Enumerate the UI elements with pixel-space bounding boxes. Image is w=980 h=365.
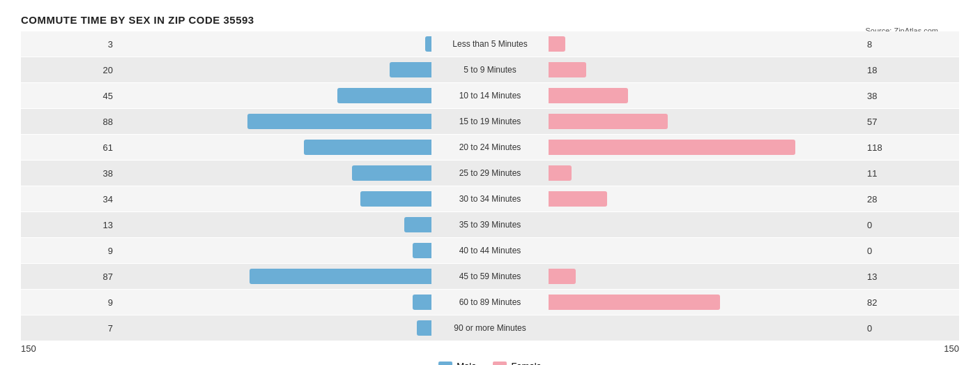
female-value: 82 bbox=[862, 297, 959, 308]
male-bar-side bbox=[118, 216, 434, 234]
male-value: 7 bbox=[21, 323, 118, 334]
row-label: 25 to 29 Minutes bbox=[434, 168, 546, 178]
table-row: 20 5 to 9 Minutes 18 bbox=[21, 57, 959, 82]
male-bar bbox=[413, 295, 431, 310]
female-bar bbox=[549, 62, 586, 77]
male-bar bbox=[360, 191, 431, 207]
female-bar-side bbox=[546, 241, 862, 260]
female-bar-side bbox=[546, 138, 862, 156]
chart-area: 3 Less than 5 Minutes 8 20 5 to 9 Minute… bbox=[21, 31, 959, 365]
male-bar-side bbox=[118, 35, 434, 53]
legend-male: Male bbox=[438, 361, 476, 365]
row-label: 60 to 89 Minutes bbox=[434, 297, 546, 307]
bars-container: Less than 5 Minutes bbox=[118, 31, 862, 57]
male-bar-side bbox=[118, 112, 434, 131]
male-bar-side bbox=[118, 138, 434, 156]
male-value: 87 bbox=[21, 271, 118, 282]
male-bar bbox=[404, 217, 431, 232]
male-value: 34 bbox=[21, 194, 118, 204]
female-bar-side bbox=[546, 112, 862, 131]
male-value: 61 bbox=[21, 142, 118, 153]
male-bar bbox=[425, 36, 431, 52]
chart-title: COMMUTE TIME BY SEX IN ZIP CODE 35593 bbox=[21, 14, 959, 26]
female-bar bbox=[549, 140, 795, 155]
male-bar bbox=[337, 88, 431, 103]
legend-male-label: Male bbox=[457, 361, 476, 365]
bars-container: 20 to 24 Minutes bbox=[118, 135, 862, 160]
axis-labels: 150 150 bbox=[21, 343, 959, 354]
male-value: 88 bbox=[21, 117, 118, 127]
male-bar bbox=[352, 165, 431, 181]
female-bar bbox=[549, 191, 607, 207]
male-bar-side bbox=[118, 319, 434, 337]
female-value: 57 bbox=[862, 117, 959, 127]
female-value: 0 bbox=[862, 246, 959, 256]
legend-female-color bbox=[493, 362, 507, 366]
row-label: 35 to 39 Minutes bbox=[434, 220, 546, 230]
axis-left: 150 bbox=[21, 343, 118, 354]
female-value: 18 bbox=[862, 65, 959, 75]
female-value: 0 bbox=[862, 323, 959, 334]
row-label: Less than 5 Minutes bbox=[434, 39, 546, 49]
row-label: 30 to 34 Minutes bbox=[434, 194, 546, 204]
table-row: 38 25 to 29 Minutes 11 bbox=[21, 161, 959, 186]
male-bar-side bbox=[118, 190, 434, 208]
bars-container: 45 to 59 Minutes bbox=[118, 264, 862, 289]
male-bar bbox=[417, 320, 431, 336]
female-value: 28 bbox=[862, 194, 959, 204]
bars-container: 35 to 39 Minutes bbox=[118, 212, 862, 237]
female-bar-side bbox=[546, 319, 862, 337]
female-bar-side bbox=[546, 190, 862, 208]
male-bar bbox=[250, 269, 431, 284]
row-label: 5 to 9 Minutes bbox=[434, 65, 546, 75]
male-bar bbox=[304, 140, 431, 155]
female-bar bbox=[549, 88, 628, 103]
table-row: 87 45 to 59 Minutes 13 bbox=[21, 264, 959, 289]
male-value: 20 bbox=[21, 65, 118, 75]
female-bar-side bbox=[546, 293, 862, 311]
bars-container: 30 to 34 Minutes bbox=[118, 186, 862, 211]
male-bar-side bbox=[118, 61, 434, 79]
female-bar bbox=[549, 36, 565, 52]
legend-female-label: Female bbox=[511, 361, 541, 365]
female-value: 118 bbox=[862, 142, 959, 153]
male-bar-side bbox=[118, 293, 434, 311]
female-bar bbox=[549, 269, 576, 284]
female-bar bbox=[549, 114, 668, 129]
row-label: 10 to 14 Minutes bbox=[434, 91, 546, 100]
male-value: 45 bbox=[21, 91, 118, 101]
table-row: 61 20 to 24 Minutes 118 bbox=[21, 135, 959, 160]
male-value: 3 bbox=[21, 39, 118, 50]
table-row: 9 60 to 89 Minutes 82 bbox=[21, 290, 959, 315]
bars-container: 40 to 44 Minutes bbox=[118, 238, 862, 263]
female-bar-side bbox=[546, 61, 862, 79]
table-row: 45 10 to 14 Minutes 38 bbox=[21, 83, 959, 108]
male-bar bbox=[247, 114, 431, 129]
female-bar-side bbox=[546, 164, 862, 182]
bars-container: 10 to 14 Minutes bbox=[118, 83, 862, 108]
row-label: 20 to 24 Minutes bbox=[434, 142, 546, 152]
legend: Male Female bbox=[21, 361, 959, 365]
bars-container: 25 to 29 Minutes bbox=[118, 161, 862, 186]
bars-container: 60 to 89 Minutes bbox=[118, 290, 862, 315]
axis-right: 150 bbox=[862, 343, 959, 354]
bars-container: 90 or more Minutes bbox=[118, 315, 862, 341]
female-bar-side bbox=[546, 216, 862, 234]
male-bar bbox=[390, 62, 431, 77]
male-value: 13 bbox=[21, 220, 118, 230]
male-bar bbox=[413, 243, 431, 258]
row-label: 40 to 44 Minutes bbox=[434, 246, 546, 255]
female-value: 0 bbox=[862, 220, 959, 230]
female-bar-side bbox=[546, 35, 862, 53]
female-value: 38 bbox=[862, 91, 959, 101]
table-row: 34 30 to 34 Minutes 28 bbox=[21, 186, 959, 211]
male-value: 9 bbox=[21, 246, 118, 256]
row-label: 90 or more Minutes bbox=[434, 323, 546, 333]
row-label: 45 to 59 Minutes bbox=[434, 271, 546, 281]
table-row: 9 40 to 44 Minutes 0 bbox=[21, 238, 959, 263]
row-label: 15 to 19 Minutes bbox=[434, 117, 546, 126]
table-row: 88 15 to 19 Minutes 57 bbox=[21, 109, 959, 134]
legend-female: Female bbox=[493, 361, 541, 365]
male-value: 38 bbox=[21, 168, 118, 179]
bars-container: 15 to 19 Minutes bbox=[118, 109, 862, 134]
